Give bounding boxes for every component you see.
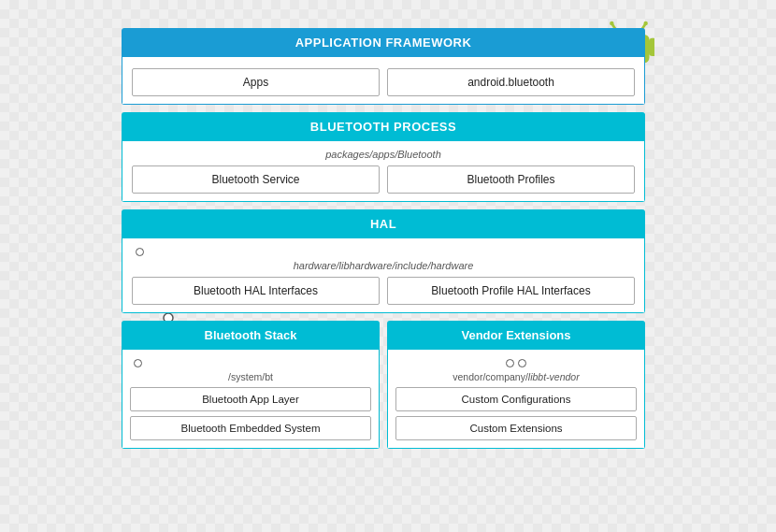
bluetooth-process-header: BLUETOOTH PROCESS (122, 112, 645, 141)
bluetooth-process-section: BLUETOOTH PROCESS packages/apps/Bluetoot… (122, 112, 645, 202)
bluetooth-process-boxes: Bluetooth Service Bluetooth Profiles (132, 165, 635, 194)
bluetooth-embedded-system-box: Bluetooth Embedded System (130, 416, 371, 440)
android-bluetooth-box: android.bluetooth (387, 68, 635, 96)
diagram-container: APPLICATION FRAMEWORK Apps android.bluet… (122, 28, 645, 456)
hal-circle (136, 248, 144, 256)
hal-section: HAL hardware/libhardware/include/hardwar… (122, 209, 645, 313)
vendor-extensions-body: vendor/company/libbt-vendor Custom Confi… (387, 350, 645, 449)
apps-box: Apps (132, 68, 380, 96)
application-framework-boxes: Apps android.bluetooth (132, 68, 635, 96)
svg-point-3 (643, 22, 647, 25)
bottom-sections: Bluetooth Stack /system/bt Bluetooth App… (122, 321, 645, 449)
vendor-circle-2 (518, 359, 526, 367)
bluetooth-app-layer-box: Bluetooth App Layer (130, 387, 371, 411)
application-framework-header: APPLICATION FRAMEWORK (122, 28, 645, 57)
bluetooth-stack-body: /system/bt Bluetooth App Layer Bluetooth… (122, 350, 380, 449)
svg-point-2 (610, 22, 613, 25)
hal-connector (136, 248, 635, 256)
bluetooth-process-subtitle: packages/apps/Bluetooth (132, 149, 635, 160)
bluetooth-stack-connector (134, 359, 371, 367)
vendor-extensions-subtitle: vendor/company/libbt-vendor (395, 371, 637, 382)
hal-boxes: Bluetooth HAL Interfaces Bluetooth Profi… (132, 277, 635, 305)
bluetooth-stack-header: Bluetooth Stack (122, 321, 380, 350)
bluetooth-profiles-box: Bluetooth Profiles (387, 165, 635, 194)
hal-body: hardware/libhardware/include/hardware Bl… (122, 238, 645, 313)
hal-subtitle: hardware/libhardware/include/hardware (132, 260, 635, 271)
vendor-extensions-header: Vendor Extensions (387, 321, 645, 350)
bluetooth-stack-circle (134, 359, 142, 367)
svg-rect-10 (649, 38, 654, 56)
bluetooth-stack-subtitle: /system/bt (130, 371, 371, 382)
vendor-extensions-section: Vendor Extensions vendor/company/libbt-v… (387, 321, 645, 449)
vendor-connector (395, 359, 637, 367)
bluetooth-stack-section: Bluetooth Stack /system/bt Bluetooth App… (122, 321, 380, 449)
bluetooth-service-box: Bluetooth Service (132, 165, 380, 194)
custom-extensions-box: Custom Extensions (395, 416, 637, 440)
application-framework-section: APPLICATION FRAMEWORK Apps android.bluet… (122, 28, 645, 105)
vendor-circle-1 (506, 359, 514, 367)
bluetooth-hal-interfaces-box: Bluetooth HAL Interfaces (132, 277, 380, 305)
application-framework-body: Apps android.bluetooth (122, 57, 645, 105)
custom-configurations-box: Custom Configurations (395, 387, 637, 411)
bluetooth-process-body: packages/apps/Bluetooth Bluetooth Servic… (122, 141, 645, 202)
bluetooth-profile-hal-interfaces-box: Bluetooth Profile HAL Interfaces (387, 277, 635, 305)
hal-header: HAL (122, 209, 645, 238)
